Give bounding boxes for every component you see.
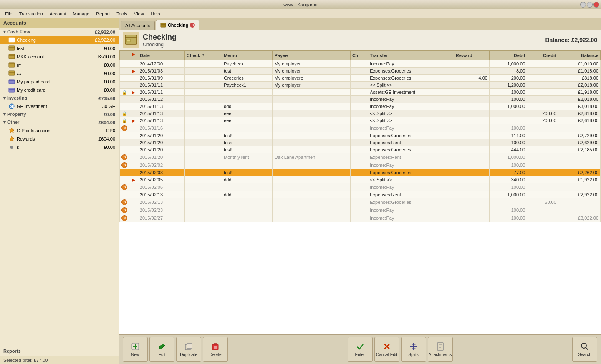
tab-all-accounts[interactable]: All Accounts xyxy=(121,21,155,30)
table-row[interactable]: ↻2015/02/13Expenses:Groceries50.00 xyxy=(120,198,601,206)
sidebar-item-checking[interactable]: Checking£2,922.00 xyxy=(0,36,119,44)
col-payee[interactable]: Payee xyxy=(273,51,350,60)
table-row[interactable]: 2015/01/13dddIncome:Pay1,000.00£3,018.00 xyxy=(120,103,601,110)
cell-balance xyxy=(558,206,600,214)
scheduled-icon: ↻ xyxy=(121,184,127,190)
sidebar-group-header[interactable]: ▾ Property£0.00 xyxy=(0,110,119,118)
col-credit[interactable]: Credit xyxy=(527,51,558,60)
sidebar-item-xx[interactable]: xx£0.00 xyxy=(0,69,119,78)
flag-cell xyxy=(129,161,138,169)
table-row[interactable]: ↻2015/02/02Income:Pay100.00 xyxy=(120,161,601,169)
col-clr[interactable]: Clr xyxy=(350,51,368,60)
cell-clr xyxy=(350,103,368,110)
sidebar-group-header[interactable]: ▾ Other£604.00 xyxy=(0,118,119,126)
main-container: Accounts ▾ Cash Flow£2,922.00Checking£2,… xyxy=(0,18,601,364)
table-row[interactable]: 🔒▶2015/01/13eee<< Split >>200.00£2,618.0… xyxy=(120,117,601,124)
sidebar-item-my-prepaid-card[interactable]: My prepaid card£0.00 xyxy=(0,78,119,86)
menu-transaction[interactable]: Transaction xyxy=(16,10,46,17)
sidebar-group-header[interactable]: ▾ Cash Flow£2,922.00 xyxy=(0,28,119,36)
attachments-button[interactable]: Attachments xyxy=(428,337,453,362)
item-name: MKK account xyxy=(17,54,98,59)
sidebar-group-header[interactable]: ▾ Investing£735.60 xyxy=(0,94,119,102)
enter-button[interactable]: Enter xyxy=(348,337,373,362)
table-row[interactable]: 2015/02/13dddExpenses:Rent1,000.00£2,922… xyxy=(120,191,601,198)
menu-view[interactable]: View xyxy=(131,10,147,17)
titlebar-buttons[interactable] xyxy=(580,2,599,8)
cell-check xyxy=(184,176,222,183)
table-row[interactable]: ↻2015/02/27Income:Pay100.00£3,022.00 xyxy=(120,214,601,222)
sidebar-item-ge-investment[interactable]: GEGE Investment30 GE xyxy=(0,102,119,110)
sidebar-item-mkk-account[interactable]: MKK accountKs10.00 xyxy=(0,53,119,61)
cell-date: 2015/01/20 xyxy=(138,153,185,161)
table-row[interactable]: ↻2015/01/20Monthly rentOak Lane Apartmen… xyxy=(120,153,601,161)
tab-checking[interactable]: Checking ✕ xyxy=(156,20,200,30)
delete-button[interactable]: Delete xyxy=(203,337,228,362)
cell-memo: Monthly rent xyxy=(222,153,273,161)
table-row[interactable]: ▶2015/01/03testMy employerExpenses:Groce… xyxy=(120,68,601,75)
cell-transfer: << Split >> xyxy=(368,176,454,183)
sidebar-item-s[interactable]: s£0.00 xyxy=(0,143,119,151)
cell-memo: eee xyxy=(222,110,273,117)
table-row[interactable]: ↻2015/02/06Income:Pay100.00 xyxy=(120,183,601,191)
menu-account[interactable]: Account xyxy=(46,10,70,17)
cell-transfer: << Split >> xyxy=(368,117,454,124)
table-row[interactable]: 2015/01/12Income:Pay100.00£2,018.00 xyxy=(120,96,601,103)
transactions-table: Date Check # Memo Payee Clr Transfer Rew… xyxy=(119,50,601,222)
sidebar-item-rrr[interactable]: rrr£0.00 xyxy=(0,61,119,69)
col-date[interactable]: Date xyxy=(138,51,185,60)
cell-reward xyxy=(454,161,489,169)
flag-cell xyxy=(129,110,138,117)
cell-balance xyxy=(558,153,600,161)
cell-transfer: Expenses:Groceries xyxy=(368,169,454,176)
item-amount: £0.00 xyxy=(104,46,115,51)
sidebar-item-test[interactable]: test£0.00 xyxy=(0,44,119,53)
cell-payee xyxy=(273,124,350,132)
search-button[interactable]: Search xyxy=(572,337,597,362)
duplicate-button[interactable]: Duplicate xyxy=(176,337,201,362)
cell-transfer: Expenses:Rent xyxy=(368,153,454,161)
table-row[interactable]: 2015/02/03test!Expenses:Groceries77.00£2… xyxy=(120,169,601,176)
menu-report[interactable]: Report xyxy=(93,10,113,17)
close-btn[interactable] xyxy=(593,2,599,8)
cancel-edit-button[interactable]: Cancel Edit xyxy=(374,337,399,362)
col-reward[interactable]: Reward xyxy=(454,51,489,60)
sidebar-item-g-points-account[interactable]: G Points accountGP0 xyxy=(0,126,119,135)
table-row[interactable]: 2015/01/20test!Expenses:Groceries444.00£… xyxy=(120,146,601,153)
cell-credit xyxy=(527,139,558,146)
col-balance[interactable]: Balance xyxy=(558,51,600,60)
tab-close-btn[interactable]: ✕ xyxy=(190,23,195,28)
sidebar-item-rewards[interactable]: Rewards£604.00 xyxy=(0,135,119,143)
cell-credit: 50.00 xyxy=(527,198,558,206)
table-row[interactable]: 2015/01/11Paycheck1My employer<< Split >… xyxy=(120,82,601,89)
cell-check xyxy=(184,191,222,198)
table-row[interactable]: 2015/01/20test!Expenses:Groceries111.00£… xyxy=(120,132,601,139)
table-row[interactable]: 2015/01/20tessExpenses:Rent100.00£2,629.… xyxy=(120,139,601,146)
minimize-btn[interactable] xyxy=(580,2,586,8)
cell-balance: £2,818.00 xyxy=(558,110,600,117)
cell-check xyxy=(184,153,222,161)
menu-tools[interactable]: Tools xyxy=(113,10,131,17)
col-transfer[interactable]: Transfer xyxy=(368,51,454,60)
new-button[interactable]: New xyxy=(123,337,148,362)
col-check[interactable]: Check # xyxy=(184,51,222,60)
table-row[interactable]: 2014/12/30PaycheckMy employerIncome:Pay1… xyxy=(120,60,601,68)
table-row[interactable]: ↻2015/02/23Income:Pay100.00 xyxy=(120,206,601,214)
table-row[interactable]: 🔒▶2015/01/11Assets:GE Investment100.00£1… xyxy=(120,89,601,96)
menu-manage[interactable]: Manage xyxy=(70,10,93,17)
sidebar-item-my-credit-card[interactable]: My credit card£0.00 xyxy=(0,86,119,94)
reports-link[interactable]: Reports xyxy=(0,346,119,356)
table-row[interactable]: 2015/01/09GroceriesMy employereExpenses:… xyxy=(120,75,601,82)
table-row[interactable]: ↻2015/01/16Income:Pay100.00 xyxy=(120,124,601,132)
splits-button[interactable]: Splits xyxy=(401,337,426,362)
table-row[interactable]: ▶2015/02/05ddd<< Split >>340.00£1,922.00 xyxy=(120,176,601,183)
maximize-btn[interactable] xyxy=(587,2,593,8)
table-row[interactable]: 🔒2015/01/13eee<< Split >>200.00£2,818.00 xyxy=(120,110,601,117)
col-debit[interactable]: Debit xyxy=(489,51,527,60)
col-memo[interactable]: Memo xyxy=(222,51,273,60)
cell-reward xyxy=(454,191,489,198)
menu-file[interactable]: File xyxy=(2,10,16,17)
menu-help[interactable]: Help xyxy=(147,10,164,17)
account-icon xyxy=(8,62,15,68)
cell-reward xyxy=(454,110,489,117)
edit-button[interactable]: Edit xyxy=(149,337,174,362)
